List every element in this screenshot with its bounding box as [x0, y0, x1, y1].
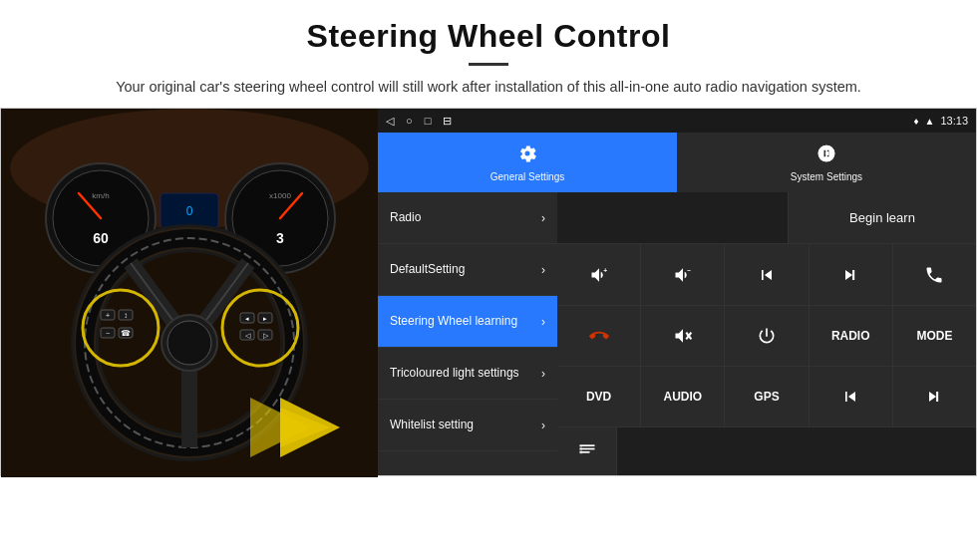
- button-grid: + −: [557, 244, 976, 475]
- menu-item-radio[interactable]: Radio ›: [378, 192, 557, 244]
- recents-icon[interactable]: □: [425, 115, 432, 127]
- audio-button[interactable]: AUDIO: [641, 367, 725, 426]
- settings-gear-icon: [517, 143, 537, 168]
- begin-learn-empty-area: [557, 192, 789, 243]
- radio-label: RADIO: [831, 329, 870, 343]
- power-button[interactable]: [725, 306, 809, 366]
- right-panel: Begin learn +: [557, 192, 976, 475]
- radio-button[interactable]: RADIO: [810, 306, 893, 366]
- svg-text:km/h: km/h: [92, 191, 109, 200]
- svg-text:60: 60: [93, 230, 109, 246]
- svg-text:×: ×: [686, 332, 690, 339]
- tab-system-label: System Settings: [791, 171, 862, 182]
- home-icon[interactable]: ○: [406, 115, 413, 127]
- svg-text:−: −: [687, 267, 691, 274]
- svg-point-24: [167, 321, 211, 365]
- menu-arrow-whitelist: ›: [541, 419, 545, 432]
- gps-icon: ♦: [913, 116, 918, 127]
- tab-system[interactable]: System Settings: [677, 133, 976, 192]
- menu-arrow-radio: ›: [541, 211, 545, 225]
- svg-text:0: 0: [186, 204, 193, 218]
- btn-row-3: DVD AUDIO GPS: [557, 367, 976, 427]
- content-area: Radio › DefaultSetting › Steering Wheel …: [378, 192, 976, 475]
- svg-text:x1000: x1000: [269, 191, 291, 200]
- svg-rect-54: [579, 446, 582, 454]
- dvd-label: DVD: [586, 390, 611, 404]
- mute-button[interactable]: ×: [641, 306, 725, 366]
- left-menu: Radio › DefaultSetting › Steering Wheel …: [378, 192, 557, 475]
- vol-up-button[interactable]: +: [557, 244, 641, 304]
- title-divider: [469, 63, 508, 66]
- menu-item-radio-label: Radio: [390, 210, 421, 226]
- car-image-area: 60 km/h 3 x1000 0: [1, 109, 378, 477]
- begin-learn-button[interactable]: Begin learn: [789, 192, 976, 243]
- back-icon[interactable]: ◁: [386, 115, 394, 128]
- gps-label: GPS: [754, 390, 779, 404]
- header-section: Steering Wheel Control Your original car…: [0, 0, 977, 108]
- begin-learn-row: Begin learn: [557, 192, 976, 244]
- status-bar: ◁ ○ □ ⊟ ♦ ▲ 13:13: [378, 109, 976, 133]
- menu-item-tricoloured[interactable]: Tricoloured light settings ›: [378, 348, 557, 400]
- empty-btn-1: [617, 427, 976, 475]
- tab-bar: General Settings System Settings: [378, 133, 976, 192]
- page-title: Steering Wheel Control: [40, 18, 937, 55]
- gps-button[interactable]: GPS: [725, 367, 809, 426]
- tab-general-label: General Settings: [490, 171, 565, 182]
- menu-item-default-label: DefaultSetting: [390, 262, 465, 278]
- menu-item-whitelist[interactable]: Whitelist setting ›: [378, 400, 557, 451]
- system-settings-icon: [816, 143, 836, 168]
- svg-text:◂: ◂: [245, 315, 249, 322]
- menu-arrow-steering: ›: [541, 315, 545, 329]
- menu-item-steering[interactable]: Steering Wheel learning ›: [378, 296, 557, 348]
- btn-row-2: × RADIO MODE: [557, 306, 976, 367]
- begin-learn-label: Begin learn: [849, 210, 915, 225]
- menu-item-whitelist-label: Whitelist setting: [390, 418, 474, 433]
- menu-item-tricoloured-label: Tricoloured light settings: [390, 366, 519, 382]
- svg-text:☎: ☎: [121, 329, 131, 338]
- svg-text:▸: ▸: [263, 315, 267, 322]
- svg-text:+: +: [106, 312, 110, 319]
- svg-text:3: 3: [276, 230, 284, 246]
- tab-general[interactable]: General Settings: [378, 133, 677, 192]
- src-prev-button[interactable]: [810, 367, 893, 426]
- status-bar-left: ◁ ○ □ ⊟: [386, 115, 452, 128]
- header-description: Your original car's steering wheel contr…: [40, 76, 937, 98]
- menu-icon[interactable]: ⊟: [443, 115, 452, 128]
- clock: 13:13: [940, 115, 968, 127]
- svg-text:+: +: [603, 267, 607, 274]
- status-bar-right: ♦ ▲ 13:13: [913, 115, 968, 127]
- menu-item-steering-label: Steering Wheel learning: [390, 314, 517, 330]
- next-track-button[interactable]: [810, 244, 893, 304]
- hangup-button[interactable]: [557, 306, 641, 366]
- prev-track-button[interactable]: [725, 244, 809, 304]
- menu-arrow-tricoloured: ›: [541, 367, 545, 381]
- mode-label: MODE: [916, 329, 952, 343]
- phone-button[interactable]: [893, 244, 976, 304]
- btn-row-1: + −: [557, 244, 976, 305]
- menu-arrow-default: ›: [541, 263, 545, 277]
- android-ui: ◁ ○ □ ⊟ ♦ ▲ 13:13 General Settings: [378, 109, 976, 475]
- btn-row-4: [557, 427, 976, 475]
- list-icon-button[interactable]: [557, 427, 617, 475]
- main-content: 60 km/h 3 x1000 0: [0, 108, 977, 476]
- dvd-button[interactable]: DVD: [557, 367, 641, 426]
- svg-text:−: −: [106, 330, 110, 337]
- signal-icon: ▲: [925, 116, 935, 127]
- src-next-button[interactable]: [893, 367, 976, 426]
- menu-item-default[interactable]: DefaultSetting ›: [378, 244, 557, 296]
- audio-label: AUDIO: [663, 390, 702, 404]
- svg-text:↕: ↕: [124, 311, 128, 320]
- mode-button[interactable]: MODE: [893, 306, 976, 366]
- vol-down-button[interactable]: −: [641, 244, 725, 304]
